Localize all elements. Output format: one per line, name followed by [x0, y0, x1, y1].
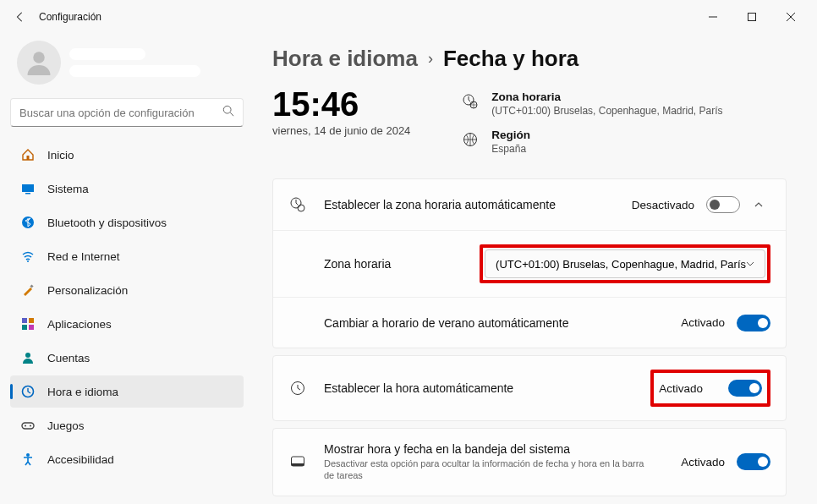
nav-bluetooth[interactable]: Bluetooth y dispositivos	[10, 206, 244, 238]
nav-label: Accesibilidad	[47, 453, 114, 466]
timezone-value: (UTC+01:00) Bruselas, Copenhague, Madrid…	[496, 258, 746, 271]
svg-point-2	[33, 52, 45, 63]
timezone-label: Zona horaria	[324, 257, 442, 271]
apps-icon	[20, 316, 36, 331]
region-meta-value: España	[491, 143, 530, 155]
svg-point-9	[27, 260, 29, 262]
svg-rect-6	[22, 184, 34, 192]
titlebar: Configuración	[0, 0, 817, 34]
svg-point-20	[26, 453, 30, 457]
tray-sublabel: Desactivar esta opción para ocultar la i…	[324, 457, 645, 482]
svg-line-4	[230, 112, 233, 116]
svg-rect-14	[29, 325, 34, 330]
auto-time-state: Activado	[659, 382, 703, 395]
auto-time-row: Establecer la hora automáticamente Activ…	[273, 356, 786, 420]
minimize-button[interactable]	[694, 3, 732, 30]
chevron-right-icon: ›	[428, 50, 433, 68]
highlight-box: Activado	[650, 370, 770, 407]
nav-label: Hora e idioma	[47, 386, 118, 398]
breadcrumb: Hora e idioma › Fecha y hora	[272, 46, 787, 72]
nav-label: Juegos	[47, 419, 85, 432]
tray-label: Mostrar hora y fecha en la bandeja del s…	[324, 442, 681, 456]
highlight-box: (UTC+01:00) Bruselas, Copenhague, Madrid…	[480, 244, 770, 283]
dst-toggle[interactable]	[737, 315, 770, 331]
nav-apps[interactable]: Aplicaciones	[10, 308, 244, 340]
svg-point-25	[298, 205, 304, 211]
clock-globe-icon	[20, 384, 36, 399]
auto-timezone-label: Establecer la zona horaria automáticamen…	[324, 198, 632, 211]
svg-rect-5	[27, 156, 30, 160]
auto-time-label: Establecer la hora automáticamente	[324, 381, 650, 395]
collapse-button[interactable]	[747, 200, 770, 210]
current-time: 15:46	[272, 87, 410, 121]
tray-card: Mostrar hora y fecha en la bandeja del s…	[272, 428, 787, 496]
home-icon	[20, 147, 36, 162]
svg-point-18	[25, 425, 26, 427]
avatar	[17, 41, 61, 85]
svg-rect-28	[292, 463, 304, 466]
auto-timezone-toggle[interactable]	[706, 196, 740, 213]
nav-system[interactable]: Sistema	[10, 173, 244, 205]
person-icon	[20, 350, 36, 365]
tray-toggle[interactable]	[737, 453, 770, 470]
nav-label: Bluetooth y dispositivos	[47, 216, 167, 229]
nav-time-language[interactable]: Hora e idioma	[10, 375, 244, 408]
gamepad-icon	[20, 418, 36, 433]
svg-point-15	[25, 353, 30, 358]
auto-time-toggle[interactable]	[728, 380, 762, 397]
globe-clock-icon	[288, 196, 307, 213]
svg-rect-13	[22, 325, 27, 330]
svg-rect-17	[22, 423, 34, 429]
nav-label: Aplicaciones	[47, 318, 112, 331]
current-date: viernes, 14 de junio de 2024	[272, 124, 410, 137]
profile-block[interactable]	[10, 34, 244, 98]
dst-state: Activado	[681, 316, 725, 329]
breadcrumb-current: Fecha y hora	[443, 46, 578, 72]
search-box[interactable]	[10, 98, 244, 127]
bluetooth-icon	[20, 215, 36, 230]
tray-row: Mostrar hora y fecha en la bandeja del s…	[273, 429, 786, 496]
sidebar: Inicio Sistema Bluetooth y dispositivos …	[0, 34, 254, 504]
dst-row: Cambiar a horario de verano automáticame…	[273, 297, 786, 348]
accessibility-icon	[20, 452, 36, 467]
svg-rect-11	[22, 318, 27, 323]
system-icon	[20, 181, 36, 196]
window-title: Configuración	[39, 11, 101, 23]
timezone-card: Establecer la zona horaria automáticamen…	[272, 178, 787, 348]
chevron-down-icon	[746, 258, 754, 271]
region-meta-label: Región	[491, 129, 530, 141]
back-button[interactable]	[7, 3, 34, 30]
nav-network[interactable]: Red e Internet	[10, 240, 244, 272]
close-button[interactable]	[771, 3, 810, 30]
nav-accounts[interactable]: Cuentas	[10, 342, 244, 374]
globe-clock-icon	[461, 92, 480, 111]
svg-point-19	[30, 425, 31, 427]
nav-list: Inicio Sistema Bluetooth y dispositivos …	[10, 139, 244, 475]
nav-gaming[interactable]: Juegos	[10, 409, 244, 441]
nav-label: Cuentas	[47, 352, 90, 364]
dst-label: Cambiar a horario de verano automáticame…	[324, 316, 681, 330]
svg-point-3	[223, 106, 231, 113]
globe-icon	[461, 130, 480, 149]
maximize-button[interactable]	[732, 3, 771, 30]
tz-meta-value: (UTC+01:00) Bruselas, Copenhague, Madrid…	[491, 105, 722, 117]
profile-name-redacted	[69, 48, 237, 77]
breadcrumb-parent[interactable]: Hora e idioma	[272, 46, 418, 72]
timezone-select-row: Zona horaria (UTC+01:00) Bruselas, Copen…	[273, 230, 786, 297]
nav-label: Personalización	[47, 284, 128, 297]
timezone-dropdown[interactable]: (UTC+01:00) Bruselas, Copenhague, Madrid…	[485, 249, 765, 278]
nav-label: Red e Internet	[47, 250, 120, 263]
tz-meta-label: Zona horaria	[491, 90, 722, 103]
svg-rect-12	[29, 318, 34, 323]
brush-icon	[20, 282, 36, 298]
main-content: Hora e idioma › Fecha y hora 15:46 viern…	[254, 34, 817, 504]
tray-state: Activado	[681, 456, 725, 468]
wifi-icon	[20, 249, 36, 264]
nav-personalization[interactable]: Personalización	[10, 274, 244, 306]
auto-timezone-row: Establecer la zona horaria automáticamen…	[273, 179, 786, 230]
nav-home[interactable]: Inicio	[10, 139, 244, 171]
search-input[interactable]	[19, 107, 222, 119]
svg-rect-10	[30, 284, 33, 288]
nav-accessibility[interactable]: Accesibilidad	[10, 443, 244, 475]
taskbar-icon	[288, 454, 307, 469]
